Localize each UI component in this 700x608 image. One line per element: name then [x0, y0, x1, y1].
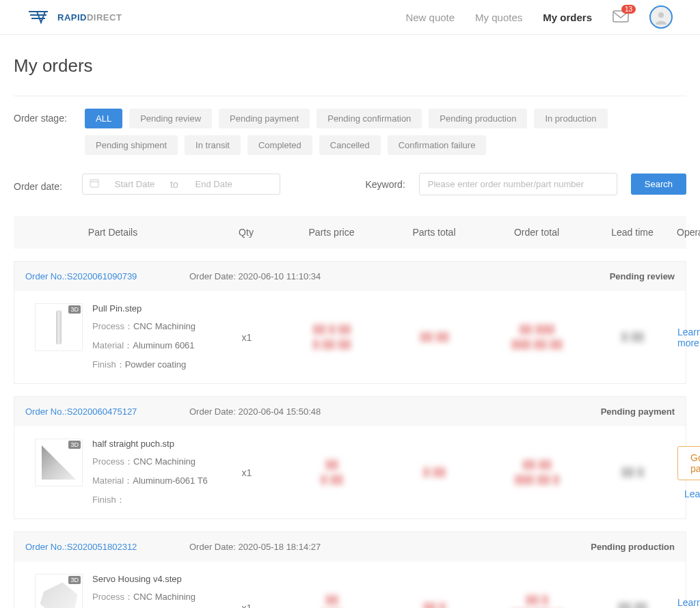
parts-price-value: ██ █ ███ ██ ██ — [281, 322, 383, 352]
learn-more-link[interactable]: Learn more — [677, 327, 700, 348]
order-status: Pending payment — [601, 406, 675, 417]
part-preview-icon — [56, 310, 62, 344]
order-row: Order No.:S2020061090739 Order Date: 202… — [14, 261, 686, 384]
col-qty: Qty — [212, 227, 280, 238]
order-body: 3D Servo Housing v4.step Process：CNC Mac… — [14, 562, 686, 608]
order-head: Order No.:S2020051802312 Order Date: 202… — [14, 532, 686, 562]
part-name: half straight puch.stp — [92, 439, 208, 449]
parts-total-value: ██ ██ — [383, 330, 486, 345]
logo-icon — [27, 9, 55, 25]
qty-value: x1 — [213, 332, 281, 343]
logo-text: RAPIDDIRECT — [57, 12, 122, 23]
svg-point-1 — [658, 12, 664, 18]
date-label: Order date: — [14, 177, 68, 192]
search-row: Order date: to Keyword: Search — [14, 173, 686, 195]
mail-icon[interactable]: 13 — [612, 10, 629, 25]
nav-new-quote[interactable]: New quote — [405, 12, 455, 23]
stage-pending-review[interactable]: Pending review — [129, 109, 212, 128]
order-status: Pending review — [610, 271, 675, 281]
date-range[interactable]: to — [82, 174, 280, 195]
qty-value: x1 — [213, 603, 281, 609]
table-header: Part Details Qty Parts price Parts total… — [14, 216, 686, 249]
col-parts-price: Parts price — [280, 227, 383, 238]
part-details: 3D Pull Pin.step Process：CNC Machining M… — [14, 303, 213, 371]
parts-total-value: ██ █ — [383, 600, 486, 608]
order-head: Order No.:S2020061090739 Order Date: 202… — [14, 262, 686, 291]
operate-cell: Go to payment Learn more — [677, 446, 700, 499]
col-operate: Operate — [677, 227, 700, 238]
learn-more-link[interactable]: Learn more — [684, 488, 700, 499]
col-lead-time: Lead time — [588, 227, 677, 238]
order-row: Order No.:S2020060475127 Order Date: 202… — [14, 396, 686, 519]
learn-more-link[interactable]: Learn more — [677, 597, 700, 609]
logo[interactable]: RAPIDDIRECT — [27, 9, 122, 25]
stage-all[interactable]: ALL — [85, 109, 122, 128]
date-to-label: to — [170, 179, 178, 190]
col-part-details: Part Details — [14, 227, 212, 238]
part-thumbnail[interactable]: 3D — [35, 303, 83, 351]
part-thumbnail[interactable]: 3D — [35, 574, 83, 608]
part-details: 3D half straight puch.stp Process：CNC Ma… — [14, 439, 213, 506]
operate-cell: Learn more — [677, 327, 700, 348]
stage-label: Order stage: — [14, 109, 68, 124]
mail-badge: 13 — [621, 5, 636, 14]
go-to-payment-button[interactable]: Go to payment — [677, 446, 700, 480]
order-row: Order No.:S2020051802312 Order Date: 202… — [14, 531, 686, 608]
order-number[interactable]: Order No.:S2020061090739 — [25, 271, 189, 281]
badge-3d: 3D — [68, 441, 81, 449]
order-total-value: ██ █████ ██ █ — [486, 458, 589, 487]
badge-3d: 3D — [68, 576, 81, 584]
keyword-label: Keyword: — [365, 179, 405, 190]
stage-pending-shipment[interactable]: Pending shipment — [85, 135, 178, 155]
page-title: My orders — [14, 55, 686, 77]
qty-value: x1 — [213, 467, 281, 478]
keyword-input[interactable] — [419, 173, 617, 195]
part-preview-icon — [42, 445, 76, 480]
part-preview-icon — [40, 583, 78, 609]
order-date: Order Date: 2020-05-18 18:14:27 — [189, 542, 321, 552]
header: RAPIDDIRECT New quote My quotes My order… — [0, 0, 700, 35]
part-details: 3D Servo Housing v4.step Process：CNC Mac… — [14, 574, 213, 608]
start-date-input[interactable] — [107, 179, 162, 189]
calendar-icon — [90, 178, 99, 190]
end-date-input[interactable] — [187, 179, 241, 189]
operate-cell: Learn more — [677, 597, 700, 609]
order-total-value: ██ ████ ███ █ — [486, 593, 589, 608]
order-body: 3D Pull Pin.step Process：CNC Machining M… — [14, 291, 686, 383]
order-total-value: ██ ██████ ██ ██ — [486, 322, 589, 352]
col-parts-total: Parts total — [383, 227, 485, 238]
part-thumbnail[interactable]: 3D — [35, 439, 83, 486]
order-body: 3D half straight puch.stp Process：CNC Ma… — [14, 426, 686, 519]
svg-rect-2 — [90, 180, 98, 187]
parts-price-value: ███ ██ — [281, 593, 383, 608]
avatar[interactable] — [649, 5, 673, 29]
stage-pending-payment[interactable]: Pending payment — [219, 109, 310, 128]
stage-in-production[interactable]: In production — [534, 109, 607, 128]
nav-my-quotes[interactable]: My quotes — [475, 12, 522, 23]
order-number[interactable]: Order No.:S2020060475127 — [25, 406, 189, 417]
lead-time-value: ██ █ — [589, 465, 677, 480]
order-date: Order Date: 2020-06-04 15:50:48 — [189, 406, 321, 417]
lead-time-value: ██ ██ — [589, 600, 677, 608]
search-button[interactable]: Search — [631, 174, 686, 195]
order-date: Order Date: 2020-06-10 11:10:34 — [189, 271, 321, 281]
stage-filter-row: Order stage: ALL Pending review Pending … — [14, 96, 686, 159]
order-number[interactable]: Order No.:S2020051802312 — [25, 542, 189, 552]
nav-my-orders[interactable]: My orders — [543, 12, 592, 23]
stage-pending-confirmation[interactable]: Pending confirmation — [317, 109, 422, 128]
part-name: Servo Housing v4.step — [92, 574, 208, 584]
stage-completed[interactable]: Completed — [247, 135, 312, 155]
lead-time-value: █ ██ — [589, 330, 677, 345]
content: My orders Order stage: ALL Pending revie… — [0, 35, 700, 608]
order-head: Order No.:S2020060475127 Order Date: 202… — [14, 397, 686, 426]
order-status: Pending production — [591, 542, 675, 552]
col-order-total: Order total — [485, 227, 588, 238]
stage-cancelled[interactable]: Cancelled — [319, 135, 381, 155]
stage-pending-production[interactable]: Pending production — [429, 109, 527, 128]
header-right: New quote My quotes My orders 13 — [405, 5, 673, 29]
stage-in-transit[interactable]: In transit — [185, 135, 241, 155]
badge-3d: 3D — [68, 305, 81, 314]
part-name: Pull Pin.step — [92, 303, 196, 314]
stage-pills: ALL Pending review Pending payment Pendi… — [85, 109, 686, 155]
stage-confirmation-failure[interactable]: Confirmation failure — [388, 135, 487, 155]
